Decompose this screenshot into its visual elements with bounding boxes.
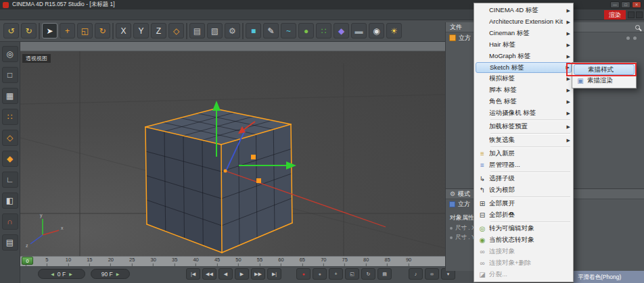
record-position-button[interactable]: + [329,268,343,280]
context-menu-item[interactable]: 恢复选集 ▶ [474,134,573,146]
end-frame-field[interactable]: 90 F ▶ [91,269,130,279]
start-frame-field[interactable]: ◀ 0 F ▶ [38,269,85,279]
move-tool-icon[interactable]: + [60,23,75,38]
redo-icon[interactable]: ↻ [21,23,37,38]
render-menu-highlight[interactable]: 渲染 [604,10,626,20]
timeline-ruler[interactable]: 051015202530354045505560657075808590 [20,256,446,266]
context-menu-item[interactable]: ∞ 连接对象+删除 ▶ [474,257,573,269]
loop-button[interactable]: ∞ [425,268,439,280]
workplane-icon[interactable]: ▤ [2,234,18,251]
layout-icon-2[interactable] [636,11,643,18]
enable-snap-icon[interactable]: ∩ [2,213,18,230]
stepper-icon[interactable]: ▶ [116,272,120,276]
cube-object[interactable] [145,109,292,253]
primitive-cube-icon[interactable]: ■ [246,23,261,38]
rotate-tool-icon[interactable]: ↻ [95,23,110,38]
context-menu-item[interactable]: ⊞ 全部展开 ▶ [474,198,573,209]
record-parameter-button[interactable]: ▤ [377,268,392,280]
scale-tool-icon[interactable]: ◱ [77,23,93,38]
autokey-button[interactable]: ● [313,268,327,280]
search-icon[interactable] [635,25,640,30]
context-menu-item[interactable]: ⊟ 全部折叠 ▶ [474,209,573,221]
tab-phong[interactable]: 平滑着色(Phong) [574,271,644,283]
context-menu-item[interactable]: ↰ 设为根部 ▶ [474,184,573,196]
context-menu-item[interactable]: ≡ 层管理器... ▶ [474,159,573,171]
visibility-dot-icon[interactable] [626,36,630,40]
model-mode-icon[interactable]: □ [2,67,18,83]
timeline-current-frame-marker[interactable]: 0 [22,257,33,265]
context-menu-item[interactable]: ↳ 选择子级 ▶ [474,173,573,184]
keyframe-dot-icon[interactable] [450,227,453,230]
timeline-tick[interactable]: 55 [257,257,262,266]
minimize-button[interactable]: — [610,1,620,8]
record-keyframe-button[interactable]: ● [296,268,310,280]
next-key-button[interactable]: ▶▶ [251,268,265,280]
record-scale-button[interactable]: ◱ [345,268,359,280]
timeline-tick[interactable]: 25 [129,257,135,266]
render-view-icon[interactable]: ▤ [189,23,205,38]
timeline-tick[interactable]: 70 [321,257,326,266]
context-menu-item[interactable]: 运动摄像机 标签 ▶ [474,107,573,119]
context-menu-item[interactable]: ∞ 连接对象 ▶ [474,246,573,257]
prev-frame-button[interactable]: ◀ [218,268,233,280]
timeline-tick[interactable]: 5 [45,257,48,266]
timeline-tick[interactable]: 20 [108,257,114,266]
floor-icon[interactable]: ▬ [351,23,367,38]
maximize-button[interactable]: □ [621,1,630,8]
timeline-tick[interactable]: 90 [406,257,411,266]
visibility-dot-icon[interactable] [633,36,637,40]
context-menu-item[interactable]: Architecture Extension Kit 标签 ▶ [474,16,573,28]
goto-end-button[interactable]: ▶| [267,268,281,280]
context-menu-item[interactable]: ◉ 当前状态转对象 ▶ [474,234,573,246]
submenu-item[interactable]: ▣ 素描渲染 ▶ [572,75,636,86]
submenu-item[interactable]: 素描样式 ▶ [574,64,635,75]
edges-mode-icon[interactable]: ◇ [2,130,18,146]
layout-icon[interactable] [628,11,635,18]
object-manager-file-menu[interactable]: 文件 [450,23,462,32]
render-picture-viewer-icon[interactable]: ▧ [207,23,223,38]
timeline-tick[interactable]: 10 [66,257,71,266]
context-menu-item[interactable]: Sketch 标签 ▶ [476,62,572,73]
context-menu-item[interactable]: ≡ 加入新层 ▶ [474,148,573,159]
pen-tool-icon[interactable]: ✎ [263,23,279,38]
attribute-mode-menu[interactable]: 模式 [458,190,470,199]
enable-axis-icon[interactable]: ∟ [2,172,18,188]
timeline-tick[interactable]: 65 [300,257,305,266]
undo-icon[interactable]: ↺ [3,23,19,38]
keyframe-dot-icon[interactable] [450,236,453,239]
timeline-tick[interactable]: 45 [214,257,220,266]
timeline-tick[interactable]: 85 [384,257,390,266]
x-axis-lock-icon[interactable]: X [116,23,131,38]
timeline-tick[interactable]: 40 [193,257,198,266]
goto-start-button[interactable]: |◀ [186,268,200,280]
deformer-icon[interactable]: ◆ [334,23,349,38]
timeline-tick[interactable]: 30 [151,257,156,266]
coordinate-system-icon[interactable]: ◇ [168,23,184,38]
context-menu-item[interactable]: ◎ 转为可编辑对象 ▶ [474,223,573,234]
prev-key-button[interactable]: ◀◀ [202,268,216,280]
light-icon[interactable]: ☀ [386,23,402,38]
subdivision-surface-icon[interactable]: ● [298,23,314,38]
timeline-tick[interactable]: 15 [87,257,92,266]
polygons-mode-icon[interactable]: ◆ [2,151,18,167]
y-axis-lock-icon[interactable]: Y [133,23,149,38]
timeline-tick[interactable]: 80 [363,257,369,266]
stepper-left-icon[interactable]: ◀ [51,272,54,276]
context-menu-item[interactable]: 加载标签预置 ▶ [474,121,573,132]
mograph-icon[interactable]: ∷ [316,23,331,38]
live-selection-icon[interactable]: ➤ [42,23,58,38]
context-menu-item[interactable]: CINEMA 4D 标签 ▶ [474,5,573,16]
spline-icon[interactable]: ~ [281,23,296,38]
play-button[interactable]: ▶ [235,268,249,280]
context-menu-item[interactable]: Cineman 标签 ▶ [474,28,573,39]
close-button[interactable]: ✕ [632,1,641,8]
points-mode-icon[interactable]: ∷ [2,109,18,125]
texture-mode-icon[interactable]: ▦ [2,88,18,104]
context-menu-item[interactable]: Hair 标签 ▶ [474,39,573,51]
sound-button[interactable]: ♪ [409,268,423,280]
timeline-tick[interactable]: 35 [172,257,177,266]
make-editable-icon[interactable]: ◎ [2,46,18,62]
context-menu-item[interactable]: 模拟标签 ▶ [474,73,573,84]
context-menu-item[interactable]: 脚本 标签 ▶ [474,84,573,96]
timeline-tick[interactable]: 75 [342,257,348,266]
